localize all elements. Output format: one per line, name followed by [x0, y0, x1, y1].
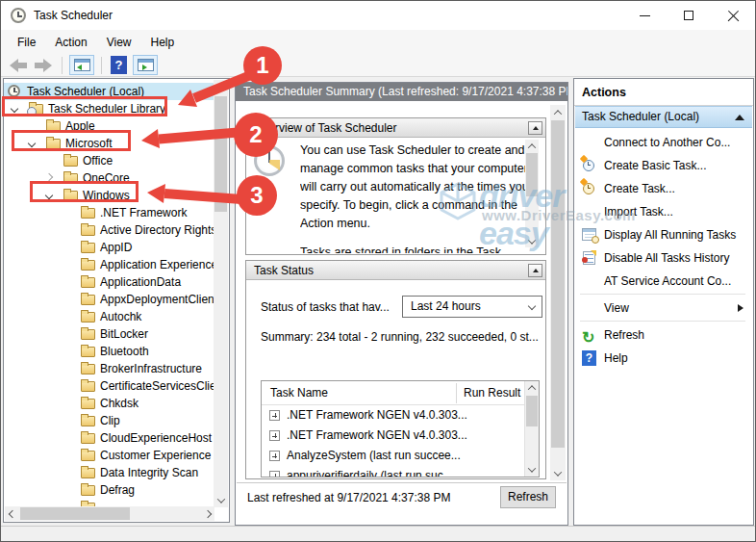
- tree-item-bluetooth[interactable]: Bluetooth: [4, 343, 215, 360]
- scroll-up-icon[interactable]: [214, 80, 228, 94]
- forward-button[interactable]: [32, 58, 55, 73]
- expand-plus-icon[interactable]: [269, 410, 280, 421]
- tree-item-clip[interactable]: Clip: [4, 412, 215, 429]
- status-range-label: Status of tasks that hav...: [261, 300, 390, 314]
- tree-item-windows[interactable]: Windows: [4, 187, 215, 204]
- collapse-status-button[interactable]: [528, 264, 542, 277]
- scroll-down-icon[interactable]: [525, 463, 539, 477]
- tree-item-office[interactable]: Office: [4, 152, 215, 169]
- tree-item-brokerinfrastructure[interactable]: BrokerInfrastructure: [4, 360, 215, 377]
- chevron-expanded-icon[interactable]: [28, 140, 36, 147]
- tree-horizontal-scrollbar[interactable]: [5, 506, 214, 521]
- tree-item-application-experience[interactable]: Application Experience: [4, 256, 215, 273]
- action-disable-all-tasks-history[interactable]: Disable All Tasks History: [575, 246, 752, 270]
- overview-scrollbar[interactable]: [525, 140, 539, 247]
- tree-item-label: Autochk: [100, 308, 141, 325]
- tree-item-cloudexperiencehost[interactable]: CloudExperienceHost: [4, 429, 215, 447]
- tree-item-active-directory-rights[interactable]: Active Directory Rights: [4, 221, 215, 239]
- tree-item-chkdsk[interactable]: Chkdsk: [4, 395, 215, 412]
- help-toolbar-button[interactable]: ?: [111, 56, 127, 74]
- maximize-button[interactable]: [667, 1, 711, 30]
- scrollbar-thumb[interactable]: [214, 96, 227, 212]
- expand-plus-icon[interactable]: [269, 430, 280, 441]
- chevron-collapsed-icon[interactable]: [45, 173, 53, 181]
- column-run-result[interactable]: Run Result: [464, 386, 520, 400]
- task-name-cell: .NET Framework NGEN v4.0.303...: [287, 428, 467, 442]
- menu-file[interactable]: File: [9, 33, 44, 52]
- tree-item-autochk[interactable]: Autochk: [4, 308, 215, 325]
- tree-vertical-scrollbar[interactable]: [214, 80, 228, 507]
- show-console-tree-button[interactable]: [69, 55, 94, 75]
- action-create-basic-task-[interactable]: Create Basic Task...: [575, 154, 752, 177]
- scroll-up-icon[interactable]: [525, 140, 539, 152]
- tree-item-appid[interactable]: AppID: [4, 239, 215, 256]
- tree-item-label: Microsoft: [65, 135, 113, 152]
- tree-item-data-integrity-scan[interactable]: Data Integrity Scan: [4, 464, 215, 481]
- scroll-down-icon[interactable]: [214, 493, 228, 507]
- scrollbar-thumb[interactable]: [526, 396, 538, 426]
- refresh-button[interactable]: Refresh: [500, 486, 556, 508]
- action-group-task-scheduler-local[interactable]: Task Scheduler (Local): [575, 106, 752, 128]
- summary-vertical-scrollbar[interactable]: [550, 105, 566, 480]
- column-divider[interactable]: [456, 383, 457, 403]
- expand-plus-icon[interactable]: [269, 451, 280, 461]
- scrollbar-thumb[interactable]: [20, 507, 130, 520]
- folder-icon: [81, 225, 95, 236]
- tree-item-label: Bluetooth: [100, 343, 149, 360]
- show-action-pane-button[interactable]: [133, 55, 158, 75]
- task-name-cell: .NET Framework NGEN v4.0.303...: [287, 408, 467, 422]
- table-scrollbar[interactable]: [524, 381, 539, 477]
- chevron-expanded-icon[interactable]: [11, 105, 18, 113]
- tree-item-bitlocker[interactable]: BitLocker: [4, 325, 215, 343]
- menu-help[interactable]: Help: [142, 33, 184, 52]
- collapse-icon: [533, 269, 539, 272]
- scroll-left-icon[interactable]: [5, 506, 19, 521]
- scroll-down-icon[interactable]: [525, 235, 539, 247]
- menu-view[interactable]: View: [98, 33, 140, 52]
- action-help[interactable]: ?Help: [575, 347, 752, 370]
- scroll-up-icon[interactable]: [525, 381, 539, 395]
- tree-item-label: Chkdsk: [100, 395, 139, 412]
- action-import-task-[interactable]: Import Task...: [575, 200, 752, 223]
- tree-item-onecore[interactable]: OneCore: [4, 169, 215, 187]
- tree-item--net-framework[interactable]: .NET Framework: [4, 204, 215, 221]
- scrollbar-thumb[interactable]: [551, 120, 565, 448]
- action-display-all-running-tasks[interactable]: Display All Running Tasks: [575, 223, 752, 246]
- folder-icon: [63, 156, 78, 167]
- create-basic-task-icon: [582, 158, 597, 173]
- column-task-name[interactable]: Task Name: [270, 386, 328, 400]
- action-connect-to-another-co-[interactable]: Connect to Another Co...: [575, 131, 752, 154]
- tree-item-appxdeploymentclien[interactable]: AppxDeploymentClien: [4, 291, 215, 308]
- tree-item-applicationdata[interactable]: ApplicationData: [4, 273, 215, 291]
- menu-action[interactable]: Action: [46, 33, 95, 52]
- tree-item-task-scheduler-local-[interactable]: Task Scheduler (Local): [4, 83, 215, 100]
- back-button[interactable]: [7, 58, 30, 73]
- tree-item-apple[interactable]: Apple: [4, 117, 215, 135]
- minimize-button[interactable]: [622, 1, 667, 30]
- tree-item-microsoft[interactable]: Microsoft: [4, 135, 215, 152]
- time-range-dropdown[interactable]: Last 24 hours: [402, 296, 542, 318]
- table-row[interactable]: AnalyzeSystem (last run succee...: [262, 446, 510, 466]
- tree-item-defrag[interactable]: Defrag: [4, 481, 215, 499]
- tree-item-label: OneCore: [83, 169, 130, 187]
- action-view[interactable]: View: [575, 297, 752, 320]
- table-row[interactable]: .NET Framework NGEN v4.0.303...: [262, 405, 510, 426]
- scroll-down-icon[interactable]: [550, 466, 566, 480]
- action-create-task-[interactable]: Create Task...: [575, 177, 752, 200]
- tree-item-task-scheduler-library[interactable]: Task Scheduler Library: [4, 100, 215, 117]
- collapse-overview-button[interactable]: [528, 121, 542, 135]
- action-pane-icon: [138, 59, 154, 71]
- action-at-service-account-co-[interactable]: AT Service Account Co...: [575, 270, 752, 293]
- action-refresh[interactable]: ↻Refresh: [575, 323, 752, 347]
- scroll-up-icon[interactable]: [550, 105, 566, 119]
- tree-item-certificateservicesclien[interactable]: CertificateServicesClien: [4, 377, 215, 395]
- table-row[interactable]: appuriverifierdaily (last run suc...: [262, 466, 510, 477]
- scrollbar-thumb[interactable]: [526, 153, 538, 196]
- chevron-expanded-icon[interactable]: [45, 192, 53, 199]
- expand-plus-icon[interactable]: [269, 471, 280, 477]
- tree-item-customer-experience-i[interactable]: Customer Experience I: [4, 447, 215, 464]
- scroll-right-icon[interactable]: [200, 506, 214, 521]
- close-button[interactable]: [711, 1, 755, 30]
- table-row[interactable]: .NET Framework NGEN v4.0.303...: [262, 426, 510, 446]
- tree-item-label: Office: [83, 152, 113, 169]
